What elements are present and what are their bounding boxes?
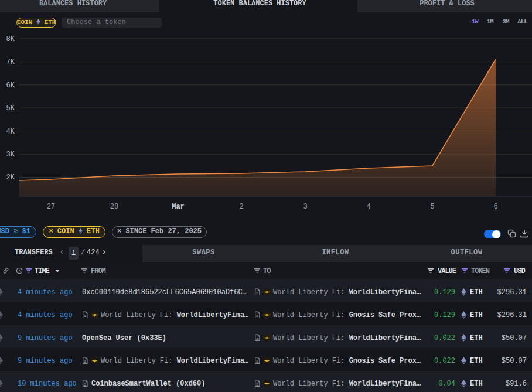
svg-text:5K: 5K xyxy=(6,104,15,113)
svg-text:4: 4 xyxy=(366,203,370,211)
svg-text:6K: 6K xyxy=(6,81,15,90)
svg-text:2: 2 xyxy=(239,203,243,211)
svg-text:Mar: Mar xyxy=(172,203,185,211)
svg-text:3K: 3K xyxy=(6,151,15,159)
svg-text:7K: 7K xyxy=(6,58,15,66)
svg-text:27: 27 xyxy=(47,203,55,211)
svg-text:3: 3 xyxy=(303,203,307,211)
svg-text:4K: 4K xyxy=(6,128,15,136)
svg-text:6: 6 xyxy=(493,203,497,211)
svg-text:8K: 8K xyxy=(6,35,15,43)
svg-text:28: 28 xyxy=(110,203,118,211)
svg-text:5: 5 xyxy=(430,203,434,211)
svg-text:2K: 2K xyxy=(6,173,15,182)
